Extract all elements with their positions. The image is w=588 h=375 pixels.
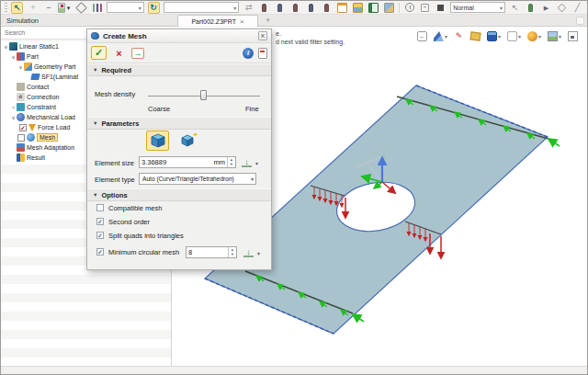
- sheet-icon: [30, 74, 40, 80]
- element-type-select[interactable]: Auto (Curve/Triangle/Tetrahedron) ▾: [139, 173, 256, 185]
- part-icon: [17, 52, 25, 61]
- history-doc-button[interactable]: [258, 48, 267, 59]
- shaded-display-button[interactable]: ▾: [487, 31, 501, 41]
- pick-options-caret-icon[interactable]: ▾: [255, 160, 258, 166]
- mesh-new-part-button[interactable]: +: [175, 131, 198, 151]
- pin-icon-3[interactable]: [293, 4, 298, 12]
- pick-options-caret-icon[interactable]: ▾: [257, 250, 260, 256]
- pointer-button[interactable]: ↖: [509, 2, 521, 14]
- section-required[interactable]: ▼ Required: [87, 63, 271, 76]
- tab-label: Part002.Z3PRT: [191, 18, 236, 25]
- split-quads-checkbox[interactable]: ✓: [96, 232, 104, 239]
- mesh-checkbox[interactable]: [17, 134, 25, 142]
- wireframe-display-icon: [507, 31, 517, 41]
- panel-title: Simulation: [6, 17, 39, 25]
- min-circular-mesh-field[interactable]: ▴ ▾: [186, 246, 237, 258]
- section-parameters[interactable]: ▼ Parameters: [87, 117, 271, 130]
- dialog-titlebar[interactable]: Create Mesh ×: [87, 29, 271, 43]
- contact-icon: [17, 83, 25, 91]
- pin-icon-1[interactable]: [262, 4, 266, 12]
- tab-scroll-button[interactable]: [576, 17, 584, 25]
- wireframe-display-button[interactable]: ▾: [507, 31, 521, 41]
- force-load-icon: [28, 124, 36, 131]
- viewport-frame-icon[interactable]: [568, 31, 578, 41]
- pin-icon-5[interactable]: [324, 4, 329, 12]
- mesh-dialog-icon: [91, 32, 99, 40]
- stop-icon[interactable]: [437, 5, 444, 11]
- pick-value-icon[interactable]: ↓: [243, 247, 254, 257]
- force-load-checkbox[interactable]: ✓: [19, 124, 27, 131]
- collapse-arrow-icon: ▼: [93, 120, 97, 126]
- min-circular-mesh-input[interactable]: [187, 248, 228, 256]
- plus-star-icon: +: [193, 131, 198, 139]
- line-tool-button[interactable]: ╱: [571, 2, 583, 14]
- apply-button[interactable]: →: [131, 48, 144, 59]
- background-button[interactable]: ▾: [548, 31, 561, 41]
- dialog-close-button[interactable]: ×: [258, 31, 267, 40]
- add-button[interactable]: +: [27, 2, 39, 14]
- image-tool-button[interactable]: ▾: [58, 2, 72, 14]
- expander-icon[interactable]: ∨: [10, 115, 17, 120]
- mesh-solid-button[interactable]: [146, 131, 169, 151]
- exit-sketch-icon[interactable]: ←: [417, 31, 427, 41]
- collapse-arrow-icon: ▼: [93, 67, 97, 73]
- unfold-icon[interactable]: [469, 31, 481, 40]
- filter-combo-2[interactable]: ▾: [164, 2, 240, 13]
- nodes-icon[interactable]: [558, 3, 567, 12]
- toolbar-divider: [399, 3, 400, 13]
- new-tab-button[interactable]: +: [266, 16, 270, 25]
- library-icon[interactable]: [368, 3, 379, 13]
- element-size-input[interactable]: [140, 158, 214, 166]
- mesh-density-label: Mesh density: [95, 90, 135, 98]
- filter-combo-1[interactable]: ▾: [107, 2, 143, 13]
- notes-icon[interactable]: [337, 3, 347, 13]
- regenerate-button[interactable]: ↻: [148, 2, 160, 14]
- section-options[interactable]: ▼ Options: [87, 188, 271, 201]
- min-circular-mesh-checkbox[interactable]: ✓: [96, 248, 104, 256]
- polygon-icon[interactable]: [76, 2, 88, 14]
- column-filter-icon[interactable]: [93, 4, 102, 12]
- prompt-icon[interactable]: [421, 4, 429, 12]
- coarse-label: Coarse: [148, 105, 170, 113]
- history-icon[interactable]: [405, 3, 414, 12]
- min-circular-mesh-label: Minimum circular mesh: [108, 248, 179, 256]
- swap-button[interactable]: ⇄: [243, 2, 254, 14]
- paint-icon[interactable]: ✎: [454, 31, 464, 41]
- compatible-mesh-checkbox[interactable]: [96, 204, 104, 211]
- mesh-density-slider-handle[interactable]: [200, 90, 207, 100]
- element-size-field[interactable]: mm ▴ ▾: [139, 156, 236, 168]
- expander-icon[interactable]: ∨: [3, 44, 9, 50]
- solid-cube-icon: [150, 133, 166, 148]
- view-orientation-button[interactable]: ▾: [434, 31, 447, 41]
- pin-green-icon[interactable]: [528, 4, 533, 12]
- pin-icon-4[interactable]: [309, 4, 313, 12]
- info-button[interactable]: i: [243, 48, 254, 59]
- play-button[interactable]: ▶: [540, 2, 552, 14]
- expander-icon[interactable]: ∨: [17, 64, 24, 70]
- background-icon: [548, 31, 558, 41]
- second-order-checkbox[interactable]: ✓: [96, 218, 104, 225]
- select-tool-button[interactable]: ↖: [11, 2, 23, 14]
- mesh-icon: [27, 133, 35, 142]
- element-size-spinner[interactable]: ▴ ▾: [227, 157, 235, 167]
- remove-button[interactable]: −: [42, 2, 54, 14]
- expander-icon[interactable]: >: [10, 105, 17, 110]
- min-circular-mesh-spinner[interactable]: ▴ ▾: [228, 247, 236, 257]
- gallery-folder-icon[interactable]: [353, 3, 363, 13]
- tab-bar: Simulation Part002.Z3PRT × +: [1, 15, 587, 27]
- tab-close-icon[interactable]: ×: [240, 17, 244, 26]
- document-tab[interactable]: Part002.Z3PRT ×: [177, 15, 258, 27]
- ok-button[interactable]: ✓: [91, 46, 107, 60]
- connection-icon: [17, 93, 25, 101]
- toolbar-grip[interactable]: [5, 3, 7, 13]
- render-mode-button[interactable]: ▾: [527, 31, 541, 41]
- cancel-button[interactable]: ×: [111, 46, 127, 60]
- display-mode-select[interactable]: Normal ▾: [450, 2, 505, 13]
- constraint-icon: [17, 103, 25, 111]
- status-bar: [1, 366, 587, 374]
- pick-value-icon[interactable]: ↓: [242, 157, 252, 167]
- photo-stack-icon[interactable]: [384, 3, 394, 13]
- element-type-value: Auto (Curve/Triangle/Tetrahedron): [142, 176, 234, 182]
- expander-icon[interactable]: ∨: [10, 54, 17, 60]
- pin-icon-2[interactable]: [277, 4, 282, 12]
